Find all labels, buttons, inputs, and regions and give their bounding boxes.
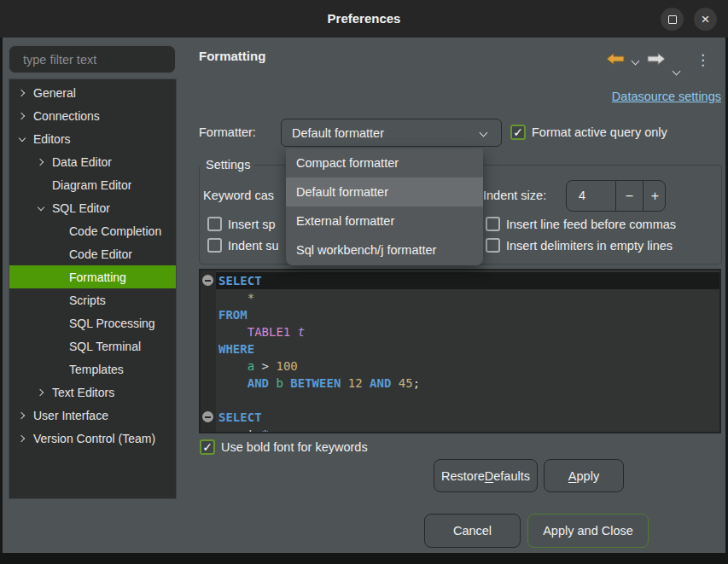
forward-arrow-icon[interactable] (647, 52, 666, 66)
formatter-dropdown-popup: Compact formatter Default formatter Exte… (286, 148, 483, 265)
formatter-option-external[interactable]: External formatter (286, 206, 483, 235)
chevron-down-icon[interactable] (18, 134, 28, 144)
view-menu-icon[interactable]: ⋮ (696, 51, 710, 69)
sql-line: a > 100 (201, 358, 719, 375)
sidebar-item-sql-terminal[interactable]: SQL Terminal (9, 334, 176, 358)
delimiters-empty-lines-label: Insert delimiters in empty lines (506, 239, 673, 253)
sql-line: WHERE (201, 340, 719, 358)
sidebar-item-user-interface[interactable]: User Interface (9, 404, 176, 427)
insert-spaces-label: Insert sp (228, 218, 276, 231)
sidebar-item-templates[interactable]: Templates (9, 358, 176, 381)
indent-size-stepper[interactable]: 4 − + (566, 180, 666, 212)
format-active-query-label: Format active query only (532, 125, 667, 139)
apply-and-close-button[interactable]: Apply and Close (527, 514, 649, 548)
sidebar-item-sql-processing[interactable]: SQL Processing (9, 311, 176, 334)
fold-collapse-icon (202, 275, 213, 286)
chevron-right-icon[interactable] (18, 410, 28, 421)
sql-line: AND b BETWEEN 12 AND 45; (201, 375, 719, 392)
settings-group-label: Settings (201, 158, 254, 172)
window-border (0, 553, 728, 564)
formatter-option-compact[interactable]: Compact formatter (286, 148, 483, 177)
preferences-dialog: Preferences × General Connections Editor… (0, 0, 728, 564)
sidebar-item-connections[interactable]: Connections (9, 104, 176, 127)
fold-collapse-icon (202, 411, 213, 422)
sidebar-item-code-completion[interactable]: Code Completion (9, 219, 176, 242)
chevron-right-icon[interactable] (18, 111, 28, 121)
formatter-label: Formatter: (199, 125, 256, 139)
bold-keywords-label: Use bold font for keywords (221, 440, 368, 454)
sidebar-item-version-control[interactable]: Version Control (Team) (9, 427, 176, 450)
sql-preview-pane: SELECT * FROM TABLE1 t WHERE a > 100 AND… (199, 269, 721, 433)
sql-line: t.* (201, 426, 719, 432)
maximize-icon (668, 15, 677, 24)
chevron-down-icon (480, 130, 489, 138)
format-active-query-checkbox[interactable]: ✓ (510, 125, 526, 140)
filter-input[interactable] (9, 45, 176, 73)
sql-line: SELECT (201, 272, 719, 289)
keyword-case-label: Keyword cas (203, 189, 274, 202)
back-history-chevron-icon[interactable] (631, 56, 641, 67)
chevron-right-icon[interactable] (18, 433, 28, 444)
indent-size-label: Indent size: (483, 189, 546, 202)
indent-size-value[interactable]: 4 (579, 189, 585, 202)
window-border (0, 38, 3, 564)
sql-line: TABLE1 t (201, 323, 719, 340)
fold-gutter (201, 270, 216, 432)
sql-line: SELECT (201, 409, 719, 426)
forward-history-chevron-icon[interactable] (672, 67, 682, 77)
preferences-tree: General Connections Editors Data Editor … (9, 78, 177, 499)
window-title: Preferences (0, 11, 728, 26)
line-feed-commas-checkbox[interactable] (486, 217, 500, 231)
back-arrow-icon[interactable] (606, 52, 625, 66)
indent-sub-label: Indent su (228, 239, 279, 253)
sidebar-item-formatting[interactable]: Formatting (9, 265, 176, 288)
chevron-right-icon[interactable] (37, 387, 47, 398)
sql-line: * (201, 289, 719, 306)
sidebar-item-editors[interactable]: Editors (9, 127, 176, 150)
increment-button[interactable]: + (643, 181, 667, 211)
formatter-option-default[interactable]: Default formatter (286, 177, 483, 206)
close-icon: × (702, 12, 710, 26)
indent-sub-checkbox[interactable] (207, 238, 222, 253)
apply-button[interactable]: Apply (544, 459, 624, 492)
close-button[interactable]: × (694, 8, 717, 31)
sidebar-item-scripts[interactable]: Scripts (9, 288, 176, 311)
delimiters-empty-lines-checkbox[interactable] (486, 238, 500, 253)
check-icon: ✓ (513, 125, 523, 139)
cancel-button[interactable]: Cancel (424, 514, 521, 548)
spacer (37, 180, 47, 190)
page-title: Formatting (199, 49, 265, 63)
sidebar-item-text-editors[interactable]: Text Editors (9, 381, 176, 404)
decrement-button[interactable]: − (615, 181, 643, 211)
sql-line: FROM (201, 306, 719, 323)
formatter-combobox[interactable]: Default formatter (281, 119, 502, 147)
sql-preview-lines: SELECT * FROM TABLE1 t WHERE a > 100 AND… (201, 270, 719, 432)
formatter-option-sql-workbench[interactable]: Sql workbench/j formatter (286, 235, 483, 265)
insert-spaces-checkbox[interactable] (207, 217, 222, 231)
titlebar: Preferences × (0, 0, 728, 38)
line-feed-commas-label: Insert line feed before commas (506, 218, 676, 231)
maximize-button[interactable] (661, 8, 684, 31)
sql-line (201, 392, 719, 409)
restore-defaults-button[interactable]: Restore Defaults (434, 459, 538, 492)
chevron-right-icon[interactable] (37, 157, 47, 167)
sidebar-item-code-editor[interactable]: Code Editor (9, 242, 176, 265)
formatter-combobox-value: Default formatter (292, 126, 384, 140)
datasource-settings-link[interactable]: Datasource settings (0, 90, 721, 103)
chevron-down-icon[interactable] (37, 203, 47, 213)
sidebar-item-data-editor[interactable]: Data Editor (9, 150, 176, 173)
check-icon: ✓ (202, 440, 213, 454)
sidebar-item-sql-editor[interactable]: SQL Editor (9, 196, 176, 219)
bold-keywords-checkbox[interactable]: ✓ (200, 439, 215, 455)
sidebar-item-diagram-editor[interactable]: Diagram Editor (9, 173, 176, 196)
